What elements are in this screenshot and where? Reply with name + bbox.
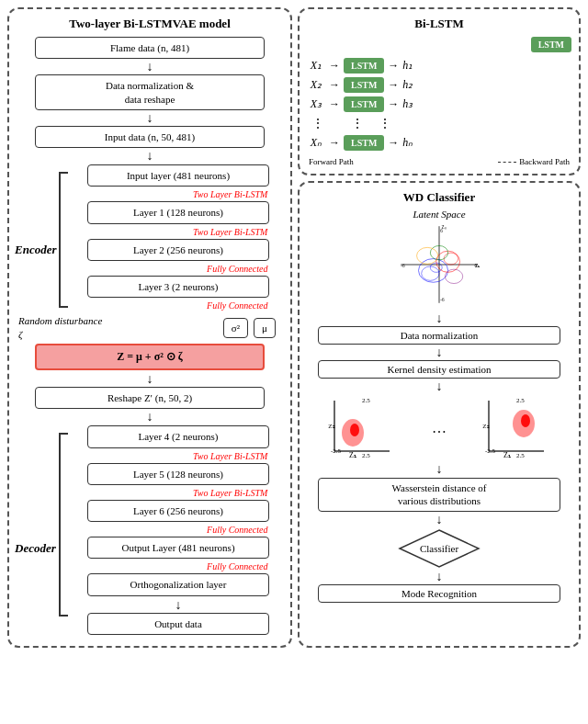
left-panel: Two-layer Bi-LSTMVAE model Flame data (n… <box>7 7 292 648</box>
encoder-label: Encoder <box>15 215 59 257</box>
decoder-label: Decoder <box>15 486 59 556</box>
svg-text:Z₁: Z₁ <box>349 451 356 459</box>
svg-point-24 <box>350 424 359 436</box>
two-layer-label-3: Two Layer Bi-LSTM <box>72 451 267 461</box>
classifier-diamond-container: Classifier <box>307 528 571 569</box>
layer5-box: Layer 5 (128 neurons) <box>87 463 268 485</box>
arrow3: ↓ <box>15 150 285 163</box>
mu-box: μ <box>254 318 276 338</box>
arrow6: ↓ <box>72 599 285 612</box>
two-layer-label-2: Two Layer Bi-LSTM <box>72 227 267 237</box>
decoder-section: Decoder Layer 4 (2 neurons) Two Layer Bi… <box>15 425 285 637</box>
svg-text:Z₂: Z₂ <box>329 423 335 430</box>
svg-text:2.5: 2.5 <box>516 452 525 459</box>
output-layer-box: Output Layer (481 neurons) <box>87 537 268 559</box>
input-layer-box: Input layer (481 neurons) <box>87 164 268 187</box>
svg-point-15 <box>445 269 462 283</box>
svg-text:Z₁: Z₁ <box>503 451 511 459</box>
bilstm-row-n: Xₙ → LSTM → hₙ <box>307 135 571 151</box>
sigma-mu-boxes: σ² μ <box>223 318 276 338</box>
svg-text:-2.5: -2.5 <box>485 447 496 455</box>
h3-label: h₃ <box>402 97 413 111</box>
x2-label: X₂ <box>307 78 325 92</box>
encoder-bracket <box>59 172 68 308</box>
classifier-diamond: Classifier <box>398 528 481 569</box>
svg-text:Classifier: Classifier <box>420 543 458 554</box>
layer4-box: Layer 4 (2 neurons) <box>87 425 268 447</box>
bilstm-title: Bi-LSTM <box>307 17 571 31</box>
fully-label-4: Fully Connected <box>72 561 267 571</box>
layer3-box: Layer 3 (2 neurons) <box>87 276 268 298</box>
arrow2: ↓ <box>15 112 285 125</box>
svg-text:-6: -6 <box>401 263 405 268</box>
data-norm-box: Data normalization & data reshape <box>35 74 265 110</box>
svg-point-12 <box>444 253 458 265</box>
arrow4: ↓ <box>15 373 285 386</box>
lstm-box-2: LSTM <box>344 77 384 93</box>
latent-space-label: Latent Space <box>307 209 571 220</box>
svg-point-33 <box>521 414 530 427</box>
bilstm-row-3: X₃ → LSTM → h₃ <box>307 96 571 112</box>
lstm-box-n: LSTM <box>344 135 384 151</box>
svg-text:2.5: 2.5 <box>516 397 525 404</box>
kde-box: Kernel density estimation <box>318 360 561 379</box>
decoder-bracket <box>59 433 68 617</box>
flame-data-box: Flame data (n, 481) <box>35 37 265 59</box>
input-data-box: Input data (n, 50, 481) <box>35 126 265 148</box>
svg-point-14 <box>417 247 438 264</box>
backward-path-label: Backward Path <box>498 157 570 166</box>
wd-arrow6: ↓ <box>307 571 571 583</box>
fully-label-1: Fully Connected <box>72 264 267 274</box>
svg-text:2.5: 2.5 <box>362 397 370 404</box>
wd-arrow4: ↓ <box>307 463 571 476</box>
reshape-box: Reshape Z′ (n, 50, 2) <box>35 387 265 409</box>
dots-separator: … <box>432 396 447 460</box>
dots-row: ⋮ ⋮ ⋮ <box>307 116 571 131</box>
wd-data-norm-box: Data normalization <box>318 326 561 345</box>
two-layer-label-1: Two Layer Bi-LSTM <box>72 189 267 199</box>
forward-path-label: Forward Path <box>309 157 354 166</box>
lstm-box-top: LSTM <box>531 37 571 52</box>
bilstm-grid: LSTM X₁ → LSTM → h₁ X₂ → LSTM → h₂ <box>307 37 571 166</box>
density-plot-right: Z₁ Z₂ 2.5 -2.5 2.5 <box>475 396 558 460</box>
wd-arrow5: ↓ <box>307 514 571 526</box>
svg-text:Z₂: Z₂ <box>482 423 489 430</box>
hn-label: hₙ <box>402 136 413 150</box>
bilstm-row-2: X₂ → LSTM → h₂ <box>307 77 571 93</box>
layer1-box: Layer 1 (128 neurons) <box>87 201 268 223</box>
wasserstein-box: Wasserstein distance of various distribu… <box>318 478 561 512</box>
lstm-box-1: LSTM <box>344 58 384 74</box>
arrow5: ↓ <box>15 411 285 424</box>
random-dist-label: Random disturbance ζ <box>15 314 220 341</box>
density-plots: Z₁ Z₂ 2.5 -2.5 2.5 … Z₁ Z₂ 2.5 <box>307 396 571 460</box>
svg-text:6: 6 <box>440 228 443 233</box>
bilstm-row-1: X₁ → LSTM → h₁ <box>307 58 571 74</box>
fully-label-2: Fully Connected <box>72 300 267 311</box>
lstm-top-row: LSTM <box>307 37 571 52</box>
decoder-boxes: Layer 4 (2 neurons) Two Layer Bi-LSTM La… <box>72 425 285 637</box>
svg-text:2.5: 2.5 <box>362 452 370 459</box>
mode-box: Mode Recognition <box>318 584 561 603</box>
layer2-box: Layer 2 (256 neurons) <box>87 239 268 261</box>
main-container: Two-layer Bi-LSTMVAE model Flame data (n… <box>0 0 588 655</box>
lstm-box-3: LSTM <box>344 96 384 112</box>
sigma-box: σ² <box>223 318 248 338</box>
left-panel-title: Two-layer Bi-LSTMVAE model <box>15 17 285 31</box>
wd-title: WD Classifier <box>307 190 571 205</box>
latent-space-plot: Z₁ Z₀ -6 6 6 -6 <box>307 223 571 306</box>
wd-arrow3: ↓ <box>307 380 571 393</box>
bilstm-panel: Bi-LSTM LSTM X₁ → LSTM → h₁ X₂ → <box>298 7 581 175</box>
svg-text:6: 6 <box>475 263 478 268</box>
svg-text:-6: -6 <box>440 297 445 302</box>
fully-label-3: Fully Connected <box>72 525 267 535</box>
encoder-section: Encoder Input layer (481 neurons) Two La… <box>15 164 285 312</box>
wd-panel: WD Classifier Latent Space Z₁ Z₀ -6 6 6 … <box>298 181 581 648</box>
x3-label: X₃ <box>307 97 325 111</box>
layer6-box: Layer 6 (256 neurons) <box>87 500 268 522</box>
two-layer-label-4: Two Layer Bi-LSTM <box>72 488 267 498</box>
z-formula-box: Z = μ + σ² ⊙ ζ <box>35 344 265 370</box>
x1-label: X₁ <box>307 59 325 73</box>
path-labels: Forward Path Backward Path <box>307 157 571 166</box>
arrow1: ↓ <box>15 61 285 74</box>
wd-arrow1: ↓ <box>307 312 571 325</box>
